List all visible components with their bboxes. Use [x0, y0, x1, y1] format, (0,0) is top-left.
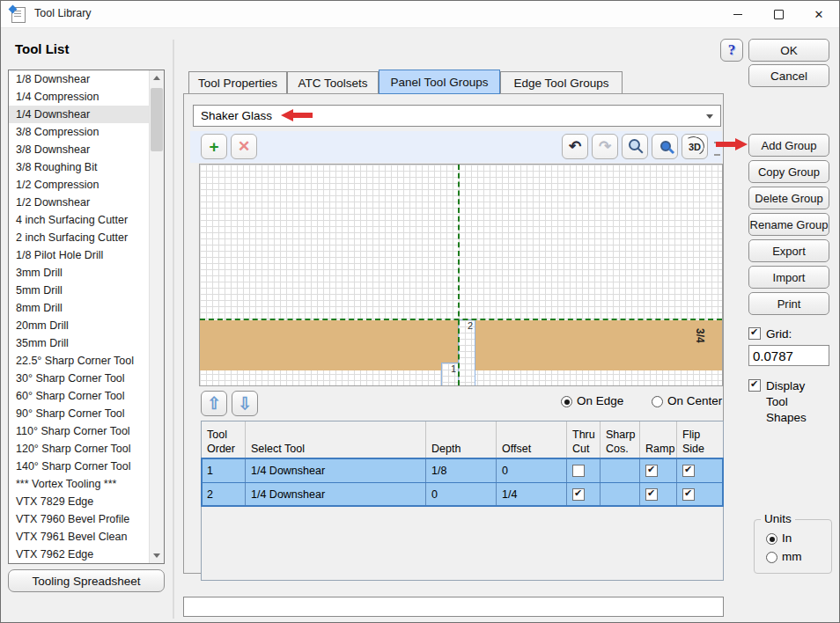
print-button[interactable]: Print	[748, 292, 829, 315]
list-item[interactable]: 30° Sharp Corner Tool	[9, 370, 149, 387]
list-item[interactable]: 8mm Drill	[9, 299, 149, 317]
tool-shape-1: 1	[441, 363, 459, 386]
list-item[interactable]: 1/2 Compression	[9, 176, 149, 194]
down-arrow-icon: ⇩	[238, 393, 252, 414]
table-row[interactable]: 2 1/4 Downshear 0 1/4	[202, 482, 723, 506]
list-item[interactable]: 22.5° Sharp Corner Tool	[9, 352, 149, 370]
ramp-checkbox[interactable]	[645, 465, 658, 477]
radio-on-edge[interactable]	[561, 396, 572, 407]
cell-offset[interactable]: 1/4	[497, 483, 567, 506]
list-item[interactable]: 60° Sharp Corner Tool	[9, 387, 149, 405]
units-legend: Units	[761, 512, 795, 525]
grid-checkbox[interactable]	[748, 327, 761, 340]
delete-tool-button[interactable]: ✕	[231, 134, 257, 159]
radio-units-in[interactable]	[766, 533, 777, 545]
table-header-row: Tool Order Select Tool Depth Offset Thru…	[202, 421, 723, 458]
tab-edge-tool-groups[interactable]: Edge Tool Groups	[500, 71, 623, 93]
list-item[interactable]: 3/8 Roughing Bit	[9, 158, 149, 176]
thru-cut-checkbox[interactable]	[572, 488, 585, 501]
move-down-button[interactable]: ⇩	[232, 391, 258, 416]
group-select-dropdown[interactable]: Shaker Glass	[193, 105, 721, 127]
list-item[interactable]: 110° Sharp Corner Tool	[9, 422, 149, 440]
list-item[interactable]: 3mm Drill	[9, 264, 149, 282]
maximize-button[interactable]	[758, 1, 799, 27]
scroll-up-icon[interactable]	[150, 70, 164, 85]
copy-group-button[interactable]: Copy Group	[748, 160, 829, 183]
tooling-spreadsheet-button[interactable]: Tooling Spreadsheet	[8, 569, 165, 592]
tab-panel-tool-groups[interactable]: Panel Tool Groups	[379, 70, 500, 94]
scroll-down-icon[interactable]	[150, 548, 164, 563]
move-up-button[interactable]: ⇧	[201, 391, 227, 416]
add-group-button[interactable]: Add Group	[748, 134, 829, 157]
close-button[interactable]: ✕	[799, 1, 839, 27]
list-item[interactable]: 20mm Drill	[9, 317, 149, 334]
radio-units-in-label: In	[782, 531, 792, 545]
flip-side-checkbox[interactable]	[682, 488, 695, 501]
scrollbar-thumb[interactable]	[151, 88, 163, 151]
cell-tool-order[interactable]: 2	[202, 483, 246, 506]
thru-cut-checkbox[interactable]	[572, 465, 585, 477]
list-item[interactable]: 120° Sharp Corner Tool	[9, 440, 149, 458]
cell-depth[interactable]: 0	[426, 483, 497, 506]
flip-side-checkbox[interactable]	[682, 465, 695, 477]
list-item[interactable]: 140° Sharp Corner Tool	[9, 458, 149, 475]
delete-x-icon: ✕	[238, 139, 250, 154]
list-item[interactable]: 4 inch Surfacing Cutter	[9, 211, 149, 229]
minimize-button[interactable]	[718, 1, 758, 27]
panel-divider	[173, 40, 174, 619]
list-item[interactable]: 5mm Drill	[9, 282, 149, 299]
export-button[interactable]: Export	[748, 239, 829, 262]
table-row[interactable]: 1 1/4 Downshear 1/8 0	[202, 458, 723, 482]
titlebar: Tool Library ✕	[1, 1, 839, 28]
grid-size-input[interactable]: 0.0787	[748, 345, 829, 366]
redo-button[interactable]: ↷	[592, 134, 618, 159]
ramp-checkbox[interactable]	[645, 488, 658, 501]
help-button[interactable]: ?	[720, 39, 743, 62]
list-item-selected[interactable]: 1/4 Downshear	[9, 106, 149, 123]
list-item[interactable]: 3/8 Downshear	[9, 141, 149, 158]
radio-units-mm-label: mm	[782, 550, 802, 563]
status-field[interactable]	[183, 597, 724, 617]
list-item[interactable]: 1/2 Downshear	[9, 194, 149, 211]
list-item[interactable]: VTX 7829 Edge	[9, 493, 149, 510]
maximize-icon	[774, 10, 784, 19]
list-item[interactable]: VTX 7961 Bevel Clean	[9, 528, 149, 546]
tool-list-scrollbar[interactable]	[149, 70, 164, 563]
display-tool-shapes-checkbox[interactable]	[748, 379, 761, 392]
add-tool-button[interactable]: +	[201, 134, 227, 159]
cell-select-tool[interactable]: 1/4 Downshear	[246, 483, 426, 506]
radio-units-mm[interactable]	[766, 552, 777, 563]
list-item[interactable]: 2 inch Surfacing Cutter	[9, 229, 149, 246]
list-item[interactable]: 1/8 Downshear	[9, 70, 149, 88]
radio-on-center[interactable]	[652, 396, 663, 407]
list-item[interactable]: 1/4 Compression	[9, 88, 149, 106]
list-item[interactable]: 1/8 Pilot Hole Drill	[9, 246, 149, 264]
view-3d-button[interactable]: 3D	[682, 134, 708, 159]
zoom-button[interactable]	[622, 134, 648, 159]
list-item[interactable]: VTX 7960 Bevel Profile	[9, 510, 149, 528]
zoom-extents-button[interactable]	[652, 134, 678, 159]
tab-atc-toolsets[interactable]: ATC Toolsets	[287, 71, 379, 93]
list-item[interactable]: 90° Sharp Corner Tool	[9, 405, 149, 422]
tool-preview-canvas[interactable]: 3/4 1 2	[199, 164, 723, 386]
cell-tool-order[interactable]: 1	[202, 459, 246, 482]
display-tool-shapes-label: Display Tool Shapes	[766, 378, 829, 427]
tab-tool-properties[interactable]: Tool Properties	[188, 71, 287, 93]
import-button[interactable]: Import	[748, 266, 829, 289]
cell-ramp	[640, 483, 677, 506]
list-item[interactable]: 3/8 Compression	[9, 123, 149, 141]
radio-on-center-label: On Center	[667, 394, 722, 407]
undo-button[interactable]: ↶	[562, 134, 588, 159]
list-item[interactable]: *** Vortex Tooling ***	[9, 475, 149, 493]
cancel-button[interactable]: Cancel	[748, 64, 829, 87]
header-sharp-cos: Sharp Cos.	[601, 421, 640, 458]
cell-depth[interactable]: 1/8	[426, 459, 497, 482]
ok-button[interactable]: OK	[748, 39, 829, 62]
delete-group-button[interactable]: Delete Group	[748, 187, 829, 209]
rename-group-button[interactable]: Rename Group	[748, 213, 829, 236]
header-select-tool: Select Tool	[246, 421, 426, 458]
cell-select-tool[interactable]: 1/4 Downshear	[246, 459, 426, 482]
list-item[interactable]: 35mm Drill	[9, 334, 149, 352]
list-item[interactable]: VTX 7962 Edge	[9, 546, 149, 563]
cell-offset[interactable]: 0	[497, 459, 567, 482]
